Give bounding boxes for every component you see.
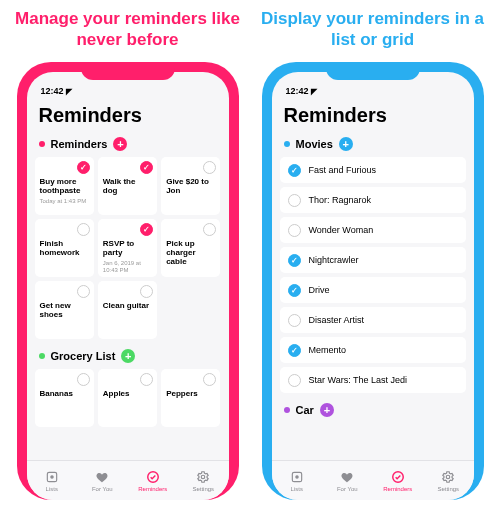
checkbox-icon[interactable] [140, 373, 153, 386]
reminder-card[interactable]: Bananas [35, 369, 94, 427]
checkbox-icon[interactable] [288, 284, 301, 297]
tab-bar: Lists For You Reminders Settings [272, 460, 474, 500]
phone-screen: 12:42 ◤ Reminders Reminders + Buy more t… [27, 72, 229, 500]
tab-settings[interactable]: Settings [423, 461, 474, 500]
tab-foryou[interactable]: For You [77, 461, 128, 500]
checkbox-icon[interactable] [203, 373, 216, 386]
add-button[interactable]: + [113, 137, 127, 151]
checkbox-icon[interactable] [140, 223, 153, 236]
foryou-icon [94, 469, 110, 485]
tab-settings[interactable]: Settings [178, 461, 229, 500]
phone-notch [326, 62, 420, 80]
promo-headline: Manage your reminders like never before [14, 8, 241, 52]
reminders-icon [145, 469, 161, 485]
page-title: Reminders [27, 96, 229, 133]
add-button[interactable]: + [320, 403, 334, 417]
phone-frame: 12:42 ◤ Reminders Movies + Fast and Furi… [262, 62, 484, 500]
checkbox-icon[interactable] [288, 374, 301, 387]
section-dot-icon [39, 353, 45, 359]
add-button[interactable]: + [121, 349, 135, 363]
svg-point-7 [447, 475, 451, 479]
reminder-card[interactable]: RSVP to partyJan 6, 2019 at 10:43 PM [98, 219, 157, 277]
checkbox-icon[interactable] [140, 161, 153, 174]
add-button[interactable]: + [339, 137, 353, 151]
reminder-card[interactable]: Walk the dog [98, 157, 157, 215]
list-item[interactable]: Star Wars: The Last Jedi [280, 367, 466, 393]
tab-lists[interactable]: Lists [27, 461, 78, 500]
checkbox-icon[interactable] [288, 344, 301, 357]
list-item[interactable]: Thor: Ragnarok [280, 187, 466, 213]
checkbox-icon[interactable] [203, 161, 216, 174]
tab-lists[interactable]: Lists [272, 461, 323, 500]
reminders-grid: Buy more toothpasteToday at 1:43 PM Walk… [27, 157, 229, 339]
checkbox-icon[interactable] [288, 224, 301, 237]
checkbox-icon[interactable] [203, 223, 216, 236]
section-header-grocery[interactable]: Grocery List + [27, 345, 229, 369]
section-name: Movies [296, 138, 333, 150]
status-time: 12:42 [286, 86, 309, 96]
reminder-card[interactable]: Finish homework [35, 219, 94, 277]
section-dot-icon [39, 141, 45, 147]
lists-icon [44, 469, 60, 485]
reminder-card[interactable]: Peppers [161, 369, 220, 427]
section-dot-icon [284, 407, 290, 413]
reminder-card[interactable]: Give $20 to Jon [161, 157, 220, 215]
grocery-grid: Bananas Apples Peppers [27, 369, 229, 427]
reminder-card[interactable]: Clean guitar [98, 281, 157, 339]
foryou-icon [339, 469, 355, 485]
section-name: Grocery List [51, 350, 116, 362]
list-item[interactable]: Disaster Artist [280, 307, 466, 333]
section-header-car[interactable]: Car + [272, 399, 474, 423]
reminder-card[interactable]: Pick up charger cable [161, 219, 220, 277]
list-item[interactable]: Fast and Furious [280, 157, 466, 183]
lists-icon [289, 469, 305, 485]
checkbox-icon[interactable] [288, 314, 301, 327]
phone-notch [81, 62, 175, 80]
svg-point-3 [202, 475, 206, 479]
checkbox-icon[interactable] [288, 164, 301, 177]
checkbox-icon[interactable] [288, 254, 301, 267]
reminder-card[interactable]: Buy more toothpasteToday at 1:43 PM [35, 157, 94, 215]
svg-point-1 [51, 476, 53, 478]
checkbox-icon[interactable] [288, 194, 301, 207]
phone-frame: 12:42 ◤ Reminders Reminders + Buy more t… [17, 62, 239, 500]
checkbox-icon[interactable] [77, 285, 90, 298]
svg-point-5 [296, 476, 298, 478]
location-arrow-icon: ◤ [66, 87, 72, 96]
settings-icon [440, 469, 456, 485]
reminders-icon [390, 469, 406, 485]
section-name: Car [296, 404, 314, 416]
settings-icon [195, 469, 211, 485]
checkbox-icon[interactable] [140, 285, 153, 298]
reminder-card[interactable]: Apples [98, 369, 157, 427]
section-header-movies[interactable]: Movies + [272, 133, 474, 157]
list-item[interactable]: Nightcrawler [280, 247, 466, 273]
section-header-reminders[interactable]: Reminders + [27, 133, 229, 157]
movies-list: Fast and Furious Thor: Ragnarok Wonder W… [272, 157, 474, 393]
tab-reminders[interactable]: Reminders [128, 461, 179, 500]
checkbox-icon[interactable] [77, 161, 90, 174]
location-arrow-icon: ◤ [311, 87, 317, 96]
status-time: 12:42 [41, 86, 64, 96]
list-item[interactable]: Memento [280, 337, 466, 363]
reminder-card[interactable]: Get new shoes [35, 281, 94, 339]
checkbox-icon[interactable] [77, 373, 90, 386]
list-item[interactable]: Wonder Woman [280, 217, 466, 243]
list-item[interactable]: Drive [280, 277, 466, 303]
checkbox-icon[interactable] [77, 223, 90, 236]
page-title: Reminders [272, 96, 474, 133]
phone-screen: 12:42 ◤ Reminders Movies + Fast and Furi… [272, 72, 474, 500]
tab-bar: Lists For You Reminders Settings [27, 460, 229, 500]
promo-list: Display your reminders in a list or grid… [259, 8, 486, 514]
promo-headline: Display your reminders in a list or grid [259, 8, 486, 52]
tab-reminders[interactable]: Reminders [373, 461, 424, 500]
tab-foryou[interactable]: For You [322, 461, 373, 500]
section-name: Reminders [51, 138, 108, 150]
promo-grid: Manage your reminders like never before … [14, 8, 241, 514]
section-dot-icon [284, 141, 290, 147]
